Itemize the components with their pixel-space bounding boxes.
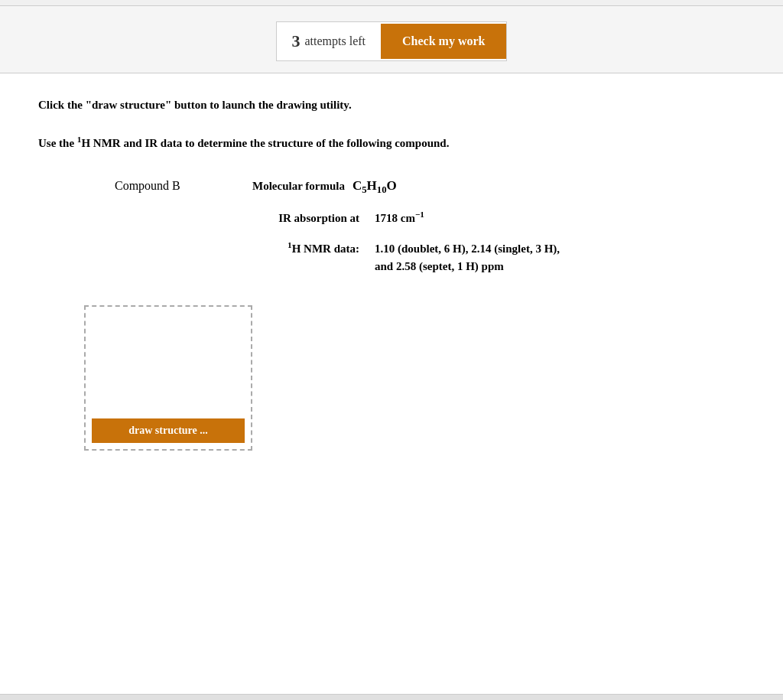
compound-name-row: Compound B Molecular formula C5H10O: [115, 178, 745, 196]
draw-box: draw structure ...: [84, 305, 252, 451]
nmr-superscript: 1: [288, 240, 292, 249]
bottom-bar: [0, 694, 783, 700]
carbon-sub: 5: [362, 184, 366, 195]
ir-row: IR absorption at 1718 cm−1: [115, 210, 745, 225]
compound-label-cell: Compound B: [115, 179, 252, 193]
instruction-line2-prefix: Use the: [38, 137, 77, 149]
compound-table: Compound B Molecular formula C5H10O IR a…: [115, 178, 745, 275]
instruction-line2: Use the 1H NMR and IR data to determine …: [38, 133, 745, 152]
nmr-row: 1H NMR data: 1.10 (doublet, 6 H), 2.14 (…: [115, 240, 745, 275]
header-area: 3 attempts left Check my work: [0, 6, 783, 73]
draw-structure-button[interactable]: draw structure ...: [92, 418, 245, 443]
attempts-label: attempts left: [305, 34, 366, 48]
nmr-value: 1.10 (doublet, 6 H), 2.14 (singlet, 3 H)…: [375, 240, 560, 275]
nmr-line1: 1.10 (doublet, 6 H), 2.14 (singlet, 3 H)…: [375, 243, 560, 255]
instruction-line2-suffix: H NMR and IR data to determine the struc…: [81, 137, 449, 149]
molecular-formula-label: Molecular formula: [252, 180, 345, 193]
molecular-formula-value: C5H10O: [353, 178, 397, 196]
check-my-work-button[interactable]: Check my work: [381, 24, 506, 59]
attempts-check-container: 3 attempts left Check my work: [276, 21, 508, 61]
attempts-number: 3: [292, 31, 301, 51]
nmr-line2: and 2.58 (septet, 1 H) ppm: [375, 260, 504, 272]
ir-value: 1718 cm−1: [375, 210, 424, 225]
top-bar: [0, 0, 783, 6]
ir-label: IR absorption at: [252, 212, 375, 225]
draw-area: draw structure ...: [84, 305, 745, 451]
hydrogen-sub: 10: [377, 184, 387, 195]
ir-superscript: −1: [415, 210, 424, 219]
nmr-label: 1H NMR data:: [252, 240, 375, 256]
compound-label: Compound B: [115, 179, 180, 192]
attempts-left-display: 3 attempts left: [277, 22, 382, 60]
instruction-line1: Click the "draw structure" button to lau…: [38, 96, 745, 114]
main-content: Click the "draw structure" button to lau…: [0, 73, 783, 474]
